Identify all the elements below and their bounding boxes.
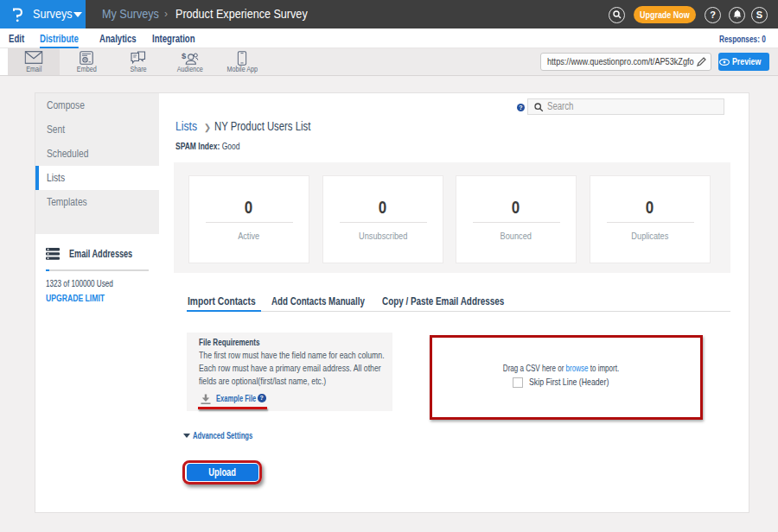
svg-text:$: $	[182, 51, 187, 60]
